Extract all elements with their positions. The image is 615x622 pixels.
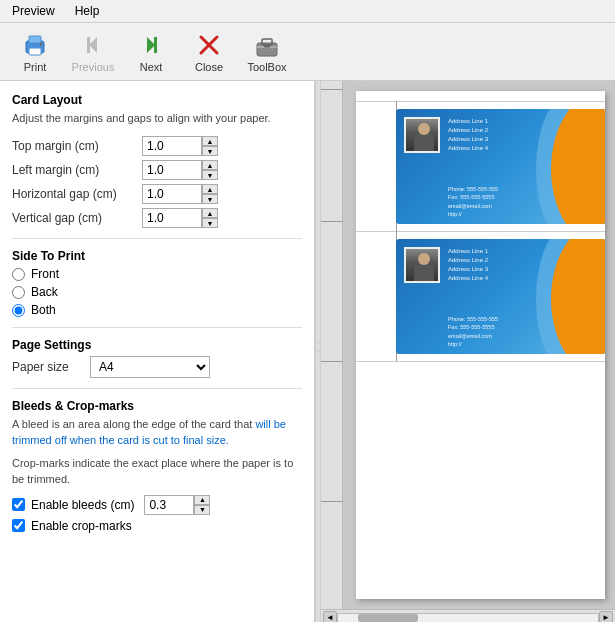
menu-help[interactable]: Help [71,2,104,20]
horiz-gap-down[interactable]: ▼ [202,194,218,204]
svg-point-3 [40,42,43,45]
left-margin-row: Left margin (cm) ▲ ▼ [12,160,302,180]
card-addr1-1: Address Line 1 [448,117,488,126]
card-phone-1: Phone: 555-555-555 [448,185,498,193]
card-photo-2 [404,247,440,283]
left-margin-label: Left margin (cm) [12,163,142,177]
card-photo-inner-2 [406,249,438,281]
vert-gap-field[interactable] [142,208,202,228]
card-fax-2: Fax: 555-555-5555 [448,323,498,331]
toolbox-label: ToolBox [247,61,286,73]
divider-1 [12,238,302,239]
bleeds-value-field[interactable] [144,495,194,515]
card-phone-2: Phone: 555-555-555 [448,315,498,323]
next-icon [137,31,165,59]
card-layout-section: Card Layout Adjust the margins and gaps … [12,93,302,228]
left-margin-up[interactable]: ▲ [202,160,218,170]
vert-gap-down[interactable]: ▼ [202,218,218,228]
scroll-thumb[interactable] [358,614,418,622]
paper-size-row: Paper size A4 Letter Legal A3 [12,356,302,378]
enable-bleeds-row: Enable bleeds (cm) ▲ ▼ [12,495,302,515]
card-addr3-2: Address Line 3 [448,265,488,274]
crop-line-mid [356,231,605,232]
side-to-print-section: Side To Print Front Back Both [12,249,302,317]
scroll-right-arrow[interactable]: ► [599,611,613,623]
radio-both[interactable]: Both [12,303,302,317]
card-addr1-2: Address Line 1 [448,247,488,256]
card-http-2: http:// [448,340,498,348]
card-person-head-2 [418,253,430,265]
bleeds-value-input: ▲ ▼ [144,495,210,515]
horiz-gap-field[interactable] [142,184,202,204]
scroll-track[interactable] [337,613,599,623]
next-label: Next [140,61,163,73]
top-margin-spinners: ▲ ▼ [202,136,218,156]
right-panel: Address Line 1 Address Line 2 Address Li… [321,81,615,622]
radio-front[interactable]: Front [12,267,302,281]
top-margin-down[interactable]: ▼ [202,146,218,156]
page-settings-title: Page Settings [12,338,302,352]
side-radio-group: Front Back Both [12,267,302,317]
bleed-desc-2: Crop-marks indicate the exact place wher… [12,456,302,487]
left-margin-down[interactable]: ▼ [202,170,218,180]
svg-marker-6 [147,37,155,53]
horiz-gap-up[interactable]: ▲ [202,184,218,194]
horiz-gap-row: Horizontal gap (cm) ▲ ▼ [12,184,302,204]
previous-icon [79,31,107,59]
left-margin-spinners: ▲ ▼ [202,160,218,180]
card-addr4-1: Address Line 4 [448,144,488,153]
radio-front-input[interactable] [12,268,25,281]
top-margin-row: Top margin (cm) ▲ ▼ [12,136,302,156]
enable-cropmarks-row: Enable crop-marks [12,519,302,533]
paper-size-select[interactable]: A4 Letter Legal A3 [90,356,210,378]
card-text-2: Address Line 1 Address Line 2 Address Li… [448,247,488,283]
card-photo-inner-1 [406,119,438,151]
enable-cropmarks-label: Enable crop-marks [31,519,132,533]
close-icon [195,31,223,59]
card-layout-title: Card Layout [12,93,302,107]
card-text-1: Address Line 1 Address Line 2 Address Li… [448,117,488,153]
card-addr3-1: Address Line 3 [448,135,488,144]
bleeds-down[interactable]: ▼ [194,505,210,515]
bleed-desc-1: A bleed is an area along the edge of the… [12,417,302,448]
card-contact-2: Phone: 555-555-555 Fax: 555-555-5555 ema… [448,315,498,348]
top-margin-field[interactable] [142,136,202,156]
scroll-left-arrow[interactable]: ◄ [323,611,337,623]
svg-rect-2 [29,48,41,55]
bleeds-section: Bleeds & Crop-marks A bleed is an area a… [12,399,302,533]
vert-gap-label: Vertical gap (cm) [12,211,142,225]
top-margin-label: Top margin (cm) [12,139,142,153]
left-panel: Card Layout Adjust the margins and gaps … [0,81,315,622]
previous-button[interactable]: Previous [66,27,120,77]
menu-preview[interactable]: Preview [8,2,59,20]
next-button[interactable]: Next [124,27,178,77]
horiz-gap-spinners: ▲ ▼ [202,184,218,204]
radio-front-label: Front [31,267,59,281]
preview-area: Address Line 1 Address Line 2 Address Li… [321,81,615,609]
print-label: Print [24,61,47,73]
radio-back-input[interactable] [12,286,25,299]
business-card-2: Address Line 1 Address Line 2 Address Li… [396,239,605,354]
print-button[interactable]: Print [8,27,62,77]
radio-both-input[interactable] [12,304,25,317]
horiz-gap-label: Horizontal gap (cm) [12,187,142,201]
vert-gap-spinners: ▲ ▼ [202,208,218,228]
enable-cropmarks-checkbox[interactable] [12,519,25,532]
card-email-2: email@email.com [448,332,498,340]
crop-line-bottom [356,361,605,362]
bleeds-spinners: ▲ ▼ [194,495,210,515]
paper-size-label: Paper size [12,360,82,374]
top-margin-up[interactable]: ▲ [202,136,218,146]
bleeds-up[interactable]: ▲ [194,495,210,505]
vert-gap-up[interactable]: ▲ [202,208,218,218]
radio-both-label: Both [31,303,56,317]
enable-bleeds-checkbox[interactable] [12,498,25,511]
left-margin-field[interactable] [142,160,202,180]
card-fax-1: Fax: 555-555-5555 [448,193,498,201]
radio-back[interactable]: Back [12,285,302,299]
toolbox-button[interactable]: ToolBox [240,27,294,77]
ruler-left [321,81,343,609]
close-button[interactable]: Close [182,27,236,77]
svg-marker-4 [89,37,97,53]
business-card-1: Address Line 1 Address Line 2 Address Li… [396,109,605,224]
